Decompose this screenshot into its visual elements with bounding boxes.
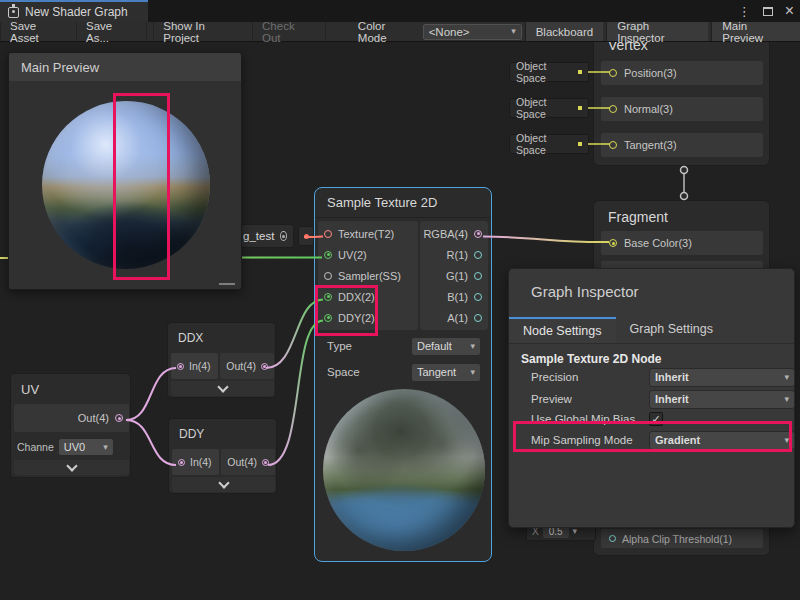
- texture-property-port[interactable]: [298, 226, 314, 246]
- save-asset-button[interactable]: Save Asset: [0, 22, 77, 41]
- shader-graph-window: Vertex Position(3) Normal(3) Tangent(3) …: [0, 0, 800, 600]
- ddy-in-row[interactable]: In(4): [172, 449, 219, 475]
- rgba-output-row[interactable]: RGBA(4): [420, 223, 488, 244]
- precision-dropdown[interactable]: Inherit▾: [649, 368, 795, 387]
- a-output-row[interactable]: A(1): [420, 307, 488, 328]
- object-space-chip-position[interactable]: Object Space: [509, 62, 589, 82]
- ddx-port-label: DDX(2): [338, 291, 375, 303]
- rgba-port-label: RGBA(4): [423, 228, 468, 240]
- object-space-chip-tangent[interactable]: Object Space: [509, 134, 589, 154]
- ddx-collapse-button[interactable]: [171, 381, 274, 396]
- uv-collapse-button[interactable]: [14, 460, 129, 475]
- chevron-down-icon: ▾: [511, 27, 516, 36]
- uv-node[interactable]: UV Out(4) Channe UV0▾: [10, 373, 131, 478]
- texture-port-icon[interactable]: [324, 230, 332, 238]
- vertex-normal-row[interactable]: Normal(3): [601, 97, 763, 121]
- sample-node-title: Sample Texture 2D: [315, 188, 491, 218]
- ddy-out-port-icon[interactable]: [262, 459, 269, 466]
- graph-inspector-toggle-button[interactable]: Graph Inspector: [606, 22, 708, 41]
- b-port-icon[interactable]: [474, 293, 482, 301]
- object-space-chip-normal[interactable]: Object Space: [509, 98, 589, 118]
- yellow-dot-icon: [578, 70, 582, 74]
- mip-mode-highlight-box: [513, 421, 792, 452]
- base-color-row[interactable]: Base Color(3): [601, 231, 763, 255]
- b-output-row[interactable]: B(1): [420, 286, 488, 307]
- texture-port-label: Texture(T2): [338, 228, 394, 240]
- sampler-port-icon[interactable]: [324, 272, 332, 280]
- ddy-out-row[interactable]: Out(4): [221, 449, 275, 475]
- tab-node-settings[interactable]: Node Settings: [509, 317, 616, 343]
- expand-icon[interactable]: [280, 231, 287, 241]
- graph-inspector-panel[interactable]: Graph Inspector Node Settings Graph Sett…: [508, 268, 795, 528]
- r-output-row[interactable]: R(1): [420, 244, 488, 265]
- rgba-port-icon[interactable]: [474, 230, 482, 238]
- preview-highlight-box: [113, 93, 170, 280]
- resize-handle[interactable]: [219, 283, 235, 285]
- preview-label: Preview: [531, 393, 572, 405]
- tangent-port-icon[interactable]: [609, 141, 617, 149]
- chevron-down-icon: [218, 477, 229, 488]
- uv-out-row[interactable]: Out(4): [14, 404, 129, 432]
- inspector-node-title: Sample Texture 2D Node: [521, 352, 661, 366]
- type-dropdown[interactable]: Default▾: [411, 337, 481, 356]
- ddy-collapse-button[interactable]: [172, 477, 275, 492]
- a-port-icon[interactable]: [474, 314, 482, 322]
- ddx-port-icon[interactable]: [324, 293, 332, 301]
- uv-port-icon[interactable]: [324, 251, 332, 259]
- color-mode-value: <None>: [429, 26, 470, 38]
- base-color-port-icon[interactable]: [609, 239, 617, 247]
- b-port-label: B(1): [447, 291, 468, 303]
- show-in-project-button[interactable]: Show In Project: [153, 22, 253, 41]
- vertex-position-row[interactable]: Position(3): [601, 61, 763, 85]
- blackboard-toggle-button[interactable]: Blackboard: [525, 22, 604, 41]
- channel-dropdown[interactable]: UV0▾: [58, 438, 114, 456]
- main-preview-toggle-button[interactable]: Main Preview: [711, 22, 800, 41]
- save-as-button[interactable]: Save As...: [77, 22, 147, 41]
- ddx-out-port-icon[interactable]: [261, 363, 268, 370]
- maximize-icon[interactable]: [763, 7, 773, 16]
- channel-value: UV0: [64, 441, 85, 453]
- alpha-clip-port-icon[interactable]: [609, 535, 616, 542]
- main-preview-panel[interactable]: Main Preview: [8, 52, 242, 290]
- uv-input-row[interactable]: UV(2): [318, 244, 418, 265]
- texture-input-row[interactable]: Texture(T2): [318, 223, 418, 244]
- close-icon[interactable]: ×: [785, 5, 794, 17]
- ddx-in-port-icon[interactable]: [177, 363, 184, 370]
- ddy-node[interactable]: DDY In(4) Out(4): [168, 418, 277, 494]
- position-port-label: Position(3): [624, 67, 677, 79]
- ddx-in-label: In(4): [189, 360, 211, 372]
- object-space-label: Object Space: [516, 132, 578, 156]
- ddx-out-row[interactable]: Out(4): [220, 353, 274, 379]
- sampler-input-row[interactable]: Sampler(SS): [318, 265, 418, 286]
- space-dropdown[interactable]: Tangent▾: [411, 363, 481, 382]
- vertex-tangent-row[interactable]: Tangent(3): [601, 133, 763, 157]
- alpha-clip-label: Alpha Clip Threshold(1): [622, 533, 732, 545]
- chevron-down-icon: [66, 460, 77, 471]
- toolbar: Save Asset Save As... Show In Project Ch…: [0, 22, 800, 42]
- tab-title: New Shader Graph: [25, 5, 128, 19]
- preview-dropdown[interactable]: Inherit▾: [649, 390, 795, 409]
- yellow-dot-icon: [578, 106, 582, 110]
- kebab-menu-icon[interactable]: ⋮: [738, 4, 751, 19]
- ddx-out-label: Out(4): [226, 360, 256, 372]
- r-port-icon[interactable]: [474, 251, 482, 259]
- position-port-icon[interactable]: [609, 69, 617, 77]
- ddx-input-row[interactable]: DDX(2): [318, 286, 418, 307]
- g-port-icon[interactable]: [474, 272, 482, 280]
- alpha-clip-row[interactable]: Alpha Clip Threshold(1): [601, 529, 763, 548]
- texture-property-node[interactable]: g_test: [236, 224, 294, 248]
- object-space-label: Object Space: [516, 60, 578, 84]
- tab-graph-settings[interactable]: Graph Settings: [616, 317, 727, 343]
- g-output-row[interactable]: G(1): [420, 265, 488, 286]
- ddx-node[interactable]: DDX In(4) Out(4): [167, 322, 276, 398]
- normal-port-icon[interactable]: [609, 105, 617, 113]
- uv-out-port-icon[interactable]: [115, 414, 123, 422]
- ddy-input-row[interactable]: DDY(2): [318, 307, 418, 328]
- sample-texture-2d-node[interactable]: Sample Texture 2D Texture(T2) UV(2) Samp…: [314, 187, 492, 562]
- ddy-port-icon[interactable]: [324, 314, 332, 322]
- chevron-down-icon: ▾: [784, 373, 789, 382]
- color-mode-dropdown[interactable]: <None> ▾: [423, 24, 522, 40]
- texture-out-port-icon[interactable]: [304, 234, 309, 239]
- ddx-in-row[interactable]: In(4): [171, 353, 218, 379]
- ddy-in-port-icon[interactable]: [178, 459, 185, 466]
